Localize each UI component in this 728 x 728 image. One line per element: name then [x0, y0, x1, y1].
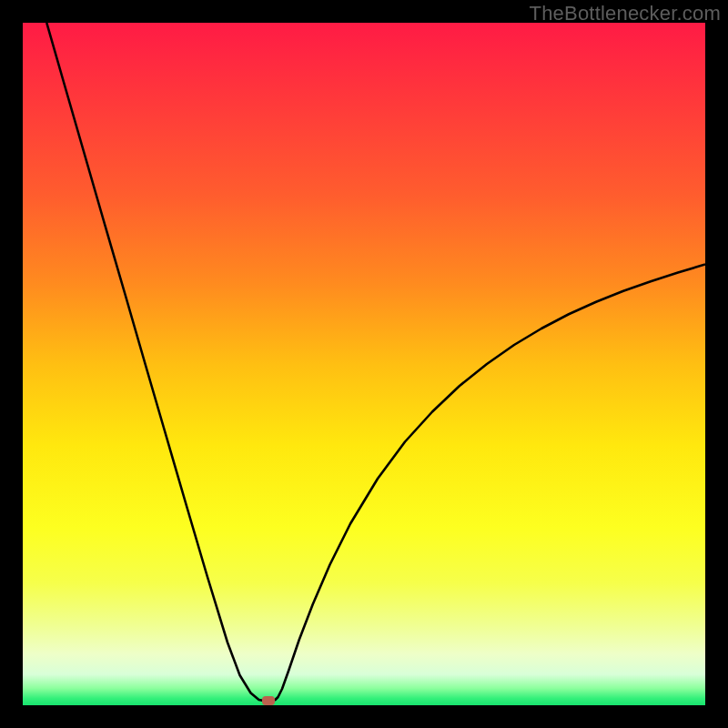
gradient-background [23, 23, 705, 705]
bottleneck-chart [23, 23, 705, 705]
source-caption: TheBottlenecker.com [530, 2, 721, 25]
plot-area [23, 23, 705, 705]
chart-frame: TheBottlenecker.com [0, 0, 728, 728]
optimal-point-marker [262, 696, 275, 705]
